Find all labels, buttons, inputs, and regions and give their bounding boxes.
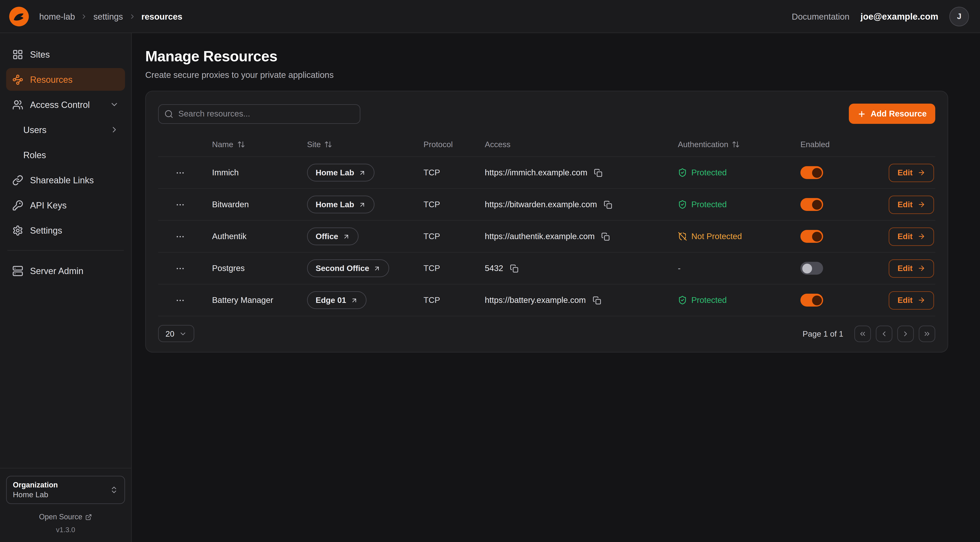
shield-check-icon	[678, 168, 687, 177]
sidebar-divider	[7, 250, 124, 251]
chevrons-left-icon	[859, 330, 867, 338]
table-row: Immich Home Lab TCP https://immich.examp…	[158, 157, 935, 189]
main-content: Manage Resources Create secure proxies t…	[132, 33, 980, 542]
breadcrumb-resources: resources	[142, 11, 183, 21]
sidebar-item-resources[interactable]: Resources	[6, 68, 125, 91]
edit-button[interactable]: Edit	[889, 195, 934, 214]
plus-icon	[858, 110, 866, 118]
page-size-select[interactable]: 20	[158, 325, 194, 342]
resource-name: Battery Manager	[202, 295, 297, 305]
first-page-button[interactable]	[854, 325, 871, 342]
table-body: Immich Home Lab TCP https://immich.examp…	[158, 157, 935, 316]
row-menu-button[interactable]	[173, 165, 188, 180]
enabled-toggle[interactable]	[800, 230, 823, 243]
sidebar-item-shareable-links[interactable]: Shareable Links	[6, 169, 125, 191]
copy-button[interactable]	[603, 199, 614, 210]
sidebar-item-label: Server Admin	[30, 266, 83, 276]
sidebar-item-label: Access Control	[30, 100, 90, 110]
site-link[interactable]: Second Office	[307, 259, 390, 277]
edit-button[interactable]: Edit	[889, 259, 934, 277]
sidebar-item-label: Users	[23, 125, 46, 135]
auth-status: Protected	[668, 200, 791, 209]
documentation-link[interactable]: Documentation	[792, 11, 850, 21]
site-name: Home Lab	[316, 168, 354, 177]
enabled-toggle[interactable]	[800, 294, 823, 306]
row-menu-button[interactable]	[173, 229, 188, 244]
column-header-site[interactable]: Site	[297, 140, 414, 149]
copy-icon	[510, 264, 519, 273]
sidebar-nav: Sites Resources Access Control Users	[0, 33, 131, 468]
copy-button[interactable]	[509, 263, 520, 274]
enabled-toggle[interactable]	[800, 166, 823, 179]
page-subtitle: Create secure proxies to your private ap…	[145, 70, 948, 80]
toggle-knob	[812, 168, 822, 178]
previous-page-button[interactable]	[876, 325, 892, 342]
edit-button[interactable]: Edit	[889, 291, 934, 309]
resources-table: Name Site Protocol Access Authentication	[158, 132, 935, 316]
table-row: Authentik Office TCP https://authentik.e…	[158, 221, 935, 253]
edit-button-label: Edit	[897, 232, 913, 241]
sidebar-item-label: Resources	[30, 75, 73, 84]
table-row: Postgres Second Office TCP 5432 - Edit	[158, 253, 935, 284]
search-input[interactable]	[158, 104, 360, 124]
external-link-icon	[85, 513, 92, 520]
site-link[interactable]: Home Lab	[307, 196, 374, 214]
edit-button[interactable]: Edit	[889, 227, 934, 245]
enabled-toggle[interactable]	[800, 198, 823, 211]
sidebar-item-server-admin[interactable]: Server Admin	[6, 259, 125, 282]
table-header-row: Name Site Protocol Access Authentication	[158, 132, 935, 157]
last-page-button[interactable]	[919, 325, 935, 342]
site-link[interactable]: Edge 01	[307, 291, 366, 309]
user-avatar[interactable]: J	[949, 6, 969, 26]
enabled-toggle[interactable]	[800, 262, 823, 275]
sidebar-item-api-keys[interactable]: API Keys	[6, 194, 125, 217]
sidebar-item-users[interactable]: Users	[6, 118, 125, 141]
arrow-up-right-icon	[358, 201, 366, 208]
card-toolbar: Add Resource	[158, 104, 935, 124]
sidebar-item-sites[interactable]: Sites	[6, 43, 125, 65]
auth-status-label: Protected	[691, 295, 727, 305]
sidebar-item-label: Shareable Links	[30, 175, 94, 185]
breadcrumb-settings[interactable]: settings	[93, 11, 123, 21]
chevron-right-icon	[129, 13, 136, 20]
arrow-up-right-icon	[343, 233, 350, 240]
auth-status: Protected	[668, 168, 791, 177]
row-menu-button[interactable]	[173, 197, 188, 212]
breadcrumb-home-lab[interactable]: home-lab	[39, 11, 75, 21]
site-name: Home Lab	[316, 200, 354, 209]
copy-icon	[594, 168, 603, 177]
app-logo[interactable]	[9, 6, 29, 27]
resource-access: 5432	[485, 264, 503, 273]
pagination: Page 1 of 1	[803, 325, 935, 342]
sidebar-item-label: Settings	[30, 225, 62, 235]
toggle-knob	[802, 263, 812, 273]
copy-button[interactable]	[593, 167, 604, 178]
open-source-label: Open Source	[39, 513, 82, 521]
organization-selector[interactable]: Organization Home Lab	[6, 476, 125, 504]
sidebar: Sites Resources Access Control Users	[0, 33, 132, 542]
add-resource-button[interactable]: Add Resource	[849, 104, 935, 124]
site-link[interactable]: Office	[307, 228, 358, 245]
sidebar-item-settings[interactable]: Settings	[6, 219, 125, 242]
next-page-button[interactable]	[897, 325, 914, 342]
copy-button[interactable]	[591, 295, 602, 306]
site-link[interactable]: Home Lab	[307, 164, 374, 182]
copy-button[interactable]	[600, 231, 611, 242]
server-icon	[12, 265, 23, 276]
edit-button[interactable]: Edit	[889, 164, 934, 182]
edit-button-label: Edit	[897, 264, 913, 273]
column-header-name[interactable]: Name	[202, 140, 297, 149]
open-source-link[interactable]: Open Source	[6, 513, 125, 521]
resource-name: Authentik	[202, 232, 297, 241]
auth-status-label: Protected	[691, 168, 727, 177]
row-menu-button[interactable]	[173, 293, 188, 308]
sort-icon	[732, 140, 740, 148]
arrow-right-icon	[918, 201, 926, 209]
sidebar-item-roles[interactable]: Roles	[6, 143, 125, 166]
table-row: Battery Manager Edge 01 TCP https://batt…	[158, 284, 935, 316]
sidebar-item-access-control[interactable]: Access Control	[6, 93, 125, 116]
resource-name: Bitwarden	[202, 200, 297, 209]
column-header-authentication[interactable]: Authentication	[668, 140, 791, 149]
row-menu-button[interactable]	[173, 261, 188, 276]
avatar-initial: J	[957, 12, 961, 21]
